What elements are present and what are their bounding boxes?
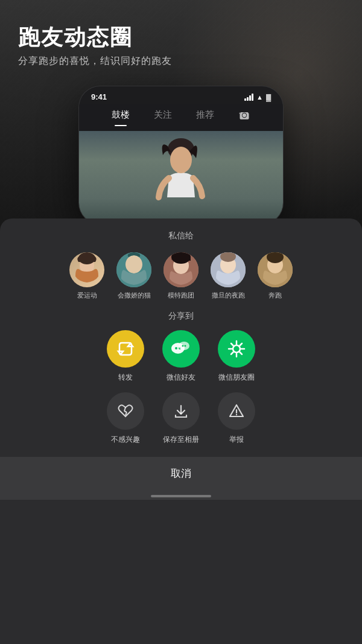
page-subtitle: 分享跑步的喜悦，结识同好的跑友: [18, 55, 344, 68]
phone-time: 9:41: [91, 92, 107, 101]
contact-label-5: 奔跑: [268, 291, 282, 300]
share-section-title: 分享到: [0, 311, 362, 322]
moments-icon: [226, 339, 247, 359]
contacts-row: 爱运动 会撒娇的猫: [0, 252, 362, 300]
extra-label-report: 举报: [229, 435, 244, 445]
avatar-2-image: [116, 252, 151, 287]
contact-item-3[interactable]: 模特跑团: [163, 252, 199, 300]
warning-icon: [229, 403, 244, 419]
contact-label-1: 爱运动: [77, 291, 97, 300]
contact-item-2[interactable]: 会撒娇的猫: [116, 252, 152, 300]
svg-line-30: [231, 352, 233, 355]
svg-point-19: [179, 342, 189, 350]
contact-item-5[interactable]: 奔跑: [257, 252, 293, 300]
wechat-icon: [170, 338, 192, 360]
svg-point-22: [233, 345, 240, 352]
extra-actions-row: 不感兴趣 保存至相册: [0, 383, 362, 448]
svg-line-32: [124, 411, 127, 412]
tab-recommend[interactable]: 推荐: [196, 109, 214, 124]
home-indicator: [0, 490, 362, 500]
avatar-5: [258, 252, 293, 287]
svg-point-1: [170, 147, 192, 173]
save-icon-circle: [162, 392, 200, 430]
svg-line-31: [124, 407, 125, 411]
extra-item-save[interactable]: 保存至相册: [162, 392, 200, 445]
header-section: 跑友动态圈 分享跑步的喜悦，结识同好的跑友: [0, 0, 362, 74]
repost-icon-circle: [107, 330, 144, 368]
page-content: 跑友动态圈 分享跑步的喜悦，结识同好的跑友 9:41 ▲ ▓ 鼓楼 关注 推荐: [0, 0, 362, 644]
cancel-section: 取消: [0, 457, 362, 490]
svg-point-20: [182, 345, 184, 347]
svg-point-35: [236, 414, 237, 415]
avatar-1-image: [69, 252, 104, 287]
svg-line-29: [240, 343, 243, 346]
extra-item-report[interactable]: 举报: [218, 392, 255, 445]
not-interested-icon-circle: [107, 392, 144, 430]
contact-item-1[interactable]: 爱运动: [69, 252, 105, 300]
page-title: 跑友动态圈: [18, 24, 344, 50]
phone-nav-tabs: 鼓楼 关注 推荐: [79, 104, 283, 131]
action-sheet: 私信给 爱运动: [0, 218, 362, 644]
tab-follow[interactable]: 关注: [154, 109, 172, 124]
share-label-moments: 微信朋友圈: [218, 372, 255, 383]
avatar-2: [116, 252, 151, 287]
report-icon-circle: [218, 392, 255, 430]
private-message-title: 私信给: [0, 231, 362, 241]
avatar-1: [69, 252, 104, 287]
contact-label-2: 会撒娇的猫: [118, 291, 151, 300]
tab-gulou[interactable]: 鼓楼: [112, 109, 130, 124]
svg-point-17: [175, 347, 177, 349]
avatar-4-image: [211, 252, 246, 287]
wechat-icon-circle: [162, 330, 200, 368]
share-item-wechat[interactable]: 微信好友: [162, 330, 200, 383]
download-icon: [173, 403, 189, 419]
extra-item-not-interested[interactable]: 不感兴趣: [107, 392, 144, 445]
extra-label-save: 保存至相册: [163, 435, 199, 445]
avatar-3: [164, 252, 198, 287]
share-item-repost[interactable]: 转发: [107, 330, 144, 383]
contact-item-4[interactable]: 撒旦的夜跑: [210, 252, 246, 300]
phone-status-bar: 9:41 ▲ ▓: [79, 86, 283, 104]
svg-point-21: [185, 345, 186, 347]
share-row: 转发 微信好友: [0, 330, 362, 383]
share-label-wechat: 微信好友: [167, 372, 195, 383]
svg-line-27: [231, 343, 233, 346]
camera-icon[interactable]: [238, 109, 250, 124]
wifi-icon: ▲: [256, 94, 263, 101]
status-icons: ▲ ▓: [244, 94, 271, 101]
phone-mockup: 9:41 ▲ ▓ 鼓楼 关注 推荐: [78, 86, 284, 225]
avatar-4: [211, 252, 246, 287]
avatar-5-image: [258, 252, 293, 287]
avatar-3-image: [164, 252, 198, 287]
contact-label-4: 撒旦的夜跑: [212, 291, 245, 300]
svg-point-6: [125, 255, 142, 273]
extra-label-not-interested: 不感兴趣: [111, 435, 140, 445]
signal-icon: [244, 94, 253, 101]
repost-icon: [116, 339, 135, 359]
moments-icon-circle: [218, 330, 255, 368]
runner-silhouette: [148, 137, 214, 225]
battery-icon: ▓: [266, 94, 271, 101]
heart-broken-icon: [118, 403, 133, 419]
share-item-moments[interactable]: 微信朋友圈: [218, 330, 255, 383]
home-bar: [151, 495, 211, 497]
svg-line-28: [240, 352, 243, 355]
contact-label-3: 模特跑团: [168, 291, 194, 300]
phone-image-area: [79, 131, 283, 225]
cancel-button[interactable]: 取消: [10, 467, 352, 480]
share-label-repost: 转发: [118, 372, 133, 383]
